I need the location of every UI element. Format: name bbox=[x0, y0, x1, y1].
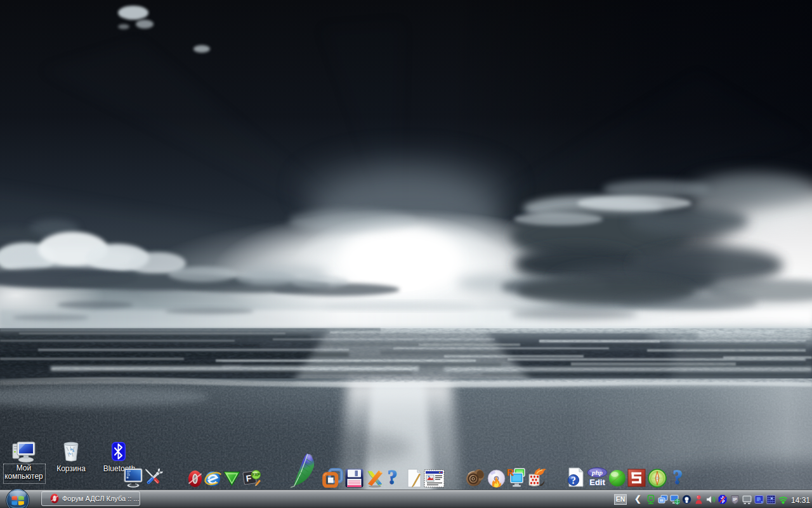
svg-text:R: R bbox=[507, 467, 514, 478]
svg-text:IP: IP bbox=[733, 497, 737, 502]
svg-text:?: ? bbox=[673, 468, 683, 488]
svg-text:FXP: FXP bbox=[252, 472, 260, 477]
svg-text:?: ? bbox=[388, 468, 398, 488]
svg-text:Edit: Edit bbox=[589, 478, 605, 487]
svg-text:?: ? bbox=[571, 475, 576, 486]
svg-text:php: php bbox=[591, 469, 603, 476]
